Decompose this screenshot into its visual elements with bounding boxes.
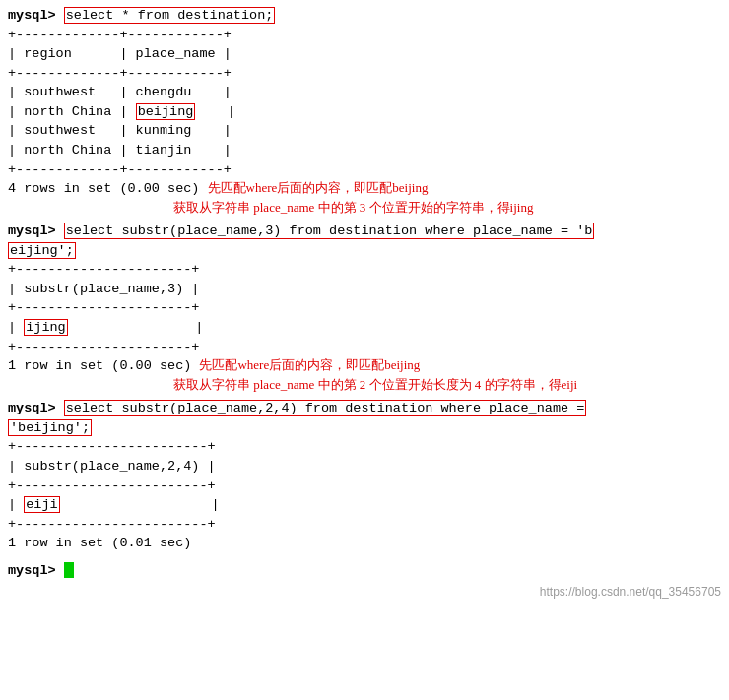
table2-border-bot: +----------------------+	[8, 338, 721, 357]
annotation2-sec1: 获取从字符串 place_name 中的第 3 个位置开始的字符串，得ijing	[173, 200, 533, 215]
table2-border-mid: +----------------------+	[8, 298, 721, 318]
table3-border-mid: +------------------------+	[8, 477, 721, 496]
sql-command-box: select * from destination;	[64, 7, 276, 24]
mysql-prompt4: mysql>	[8, 563, 56, 578]
table-row-4: | north China | tianjin |	[8, 141, 721, 160]
highlighted-cell: beijing	[136, 103, 196, 120]
green-cursor	[64, 562, 74, 578]
annotation1-sec1: 先匹配where后面的内容，即匹配beijing	[208, 180, 429, 195]
section2: mysql> select substr(place_name,3) from …	[8, 222, 721, 395]
table-border-mid: +-------------+------------+	[8, 64, 721, 84]
table3-row-1: | eiji |	[8, 495, 721, 515]
result-line-1: 4 rows in set (0.00 sec) 先匹配where后面的内容，即…	[8, 179, 721, 199]
sql3-prompt-line2: 'beijing';	[8, 418, 721, 438]
table-border-bot: +-------------+------------+	[8, 160, 721, 180]
mysql-prompt2: mysql>	[8, 223, 56, 238]
mysql-prompt3: mysql>	[8, 401, 56, 415]
sql3-prompt-line1: mysql> select substr(place_name,2,4) fro…	[8, 399, 721, 418]
terminal: mysql> select * from destination; +-----…	[8, 6, 721, 580]
mysql-prompt: mysql>	[8, 8, 56, 23]
table-row-1: | southwest | chengdu |	[8, 83, 721, 102]
section3: mysql> select substr(place_name,2,4) fro…	[8, 399, 721, 553]
table2-header: | substr(place_name,3) |	[8, 280, 721, 299]
table2-row-1: | ijing |	[8, 318, 721, 338]
sql3-command-box2: 'beijing';	[8, 419, 92, 436]
table2-border-top: +----------------------+	[8, 260, 721, 280]
sql-prompt-line: mysql> select * from destination;	[8, 6, 721, 26]
watermark: https://blog.csdn.net/qq_35456705	[540, 584, 721, 601]
table-border-top: +-------------+------------+	[8, 26, 721, 45]
annotation-line-2: 获取从字符串 place_name 中的第 2 个位置开始长度为 4 的字符串，…	[8, 376, 721, 396]
result-line-3: 1 row in set (0.01 sec)	[8, 534, 721, 553]
table-row-3: | southwest | kunming |	[8, 121, 721, 141]
annotation-line-1: 获取从字符串 place_name 中的第 3 个位置开始的字符串，得ijing	[8, 199, 721, 219]
table3-header: | substr(place_name,2,4) |	[8, 457, 721, 477]
section4: mysql>	[8, 561, 721, 581]
section1: mysql> select * from destination; +-----…	[8, 6, 721, 218]
annotation1-sec2: 先匹配where后面的内容，即匹配beijing	[199, 357, 420, 372]
result-line-2: 1 row in set (0.00 sec) 先匹配where后面的内容，即匹…	[8, 356, 721, 376]
result-value-2: ijing	[24, 319, 68, 336]
table3-border-bot: +------------------------+	[8, 515, 721, 535]
sql2-prompt-line1: mysql> select substr(place_name,3) from …	[8, 222, 721, 241]
sql2-prompt-line2: eijing';	[8, 241, 721, 261]
annotation2-sec2: 获取从字符串 place_name 中的第 2 个位置开始长度为 4 的字符串，…	[173, 377, 577, 392]
sql3-command-box1: select substr(place_name,2,4) from desti…	[64, 400, 587, 416]
final-prompt-line: mysql>	[8, 561, 721, 581]
table-row-2: | north China | beijing |	[8, 102, 721, 122]
sql2-command-box2: eijing';	[8, 242, 76, 259]
result-value-3: eiji	[24, 496, 59, 513]
table3-border-top: +------------------------+	[8, 437, 721, 457]
sql2-command-box: select substr(place_name,3) from destina…	[64, 223, 595, 239]
table-header: | region | place_name |	[8, 44, 721, 64]
